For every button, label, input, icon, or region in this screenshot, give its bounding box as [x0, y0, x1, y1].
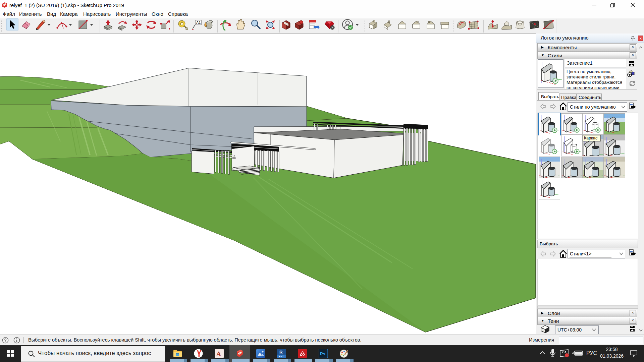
- svg-text:A1: A1: [196, 20, 201, 24]
- svg-text:R: R: [279, 350, 283, 355]
- svg-text:Ps: Ps: [320, 351, 325, 356]
- svg-text:A: A: [216, 350, 221, 357]
- svg-text:RVT: RVT: [279, 355, 284, 358]
